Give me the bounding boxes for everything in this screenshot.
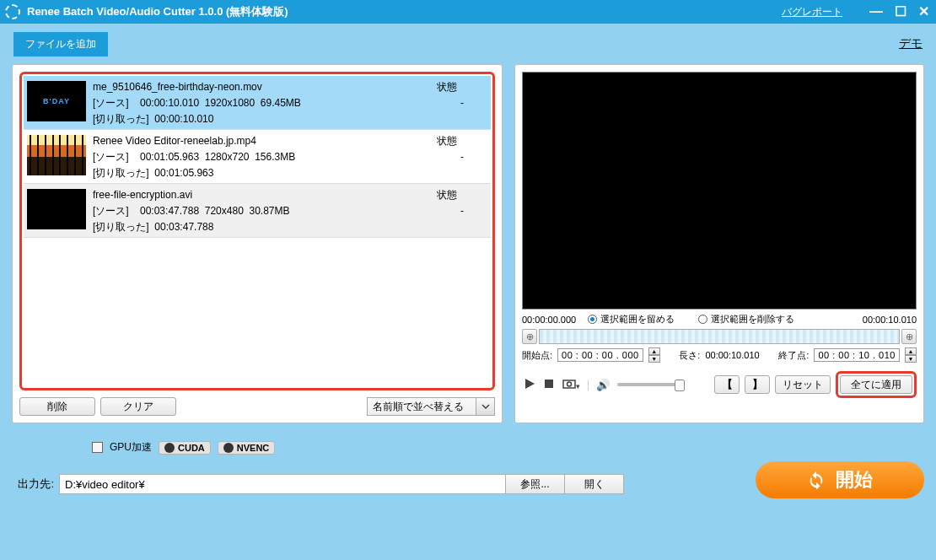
file-name: Renee Video Editor-reneelab.jp.mp4	[93, 133, 437, 149]
source-time: 00:00:10.010	[140, 95, 199, 111]
file-size: 156.3MB	[255, 149, 295, 165]
state-value: -	[437, 203, 487, 219]
file-size: 30.87MB	[249, 203, 289, 219]
scrub-start-button[interactable]: ⊕	[522, 329, 537, 344]
file-thumbnail: B'DAY	[27, 81, 86, 121]
svg-point-3	[568, 382, 572, 386]
sort-combo[interactable]: 名前順で並べ替える	[367, 397, 495, 416]
preview-panel: 00:00:00.000 選択範囲を留める 選択範囲を削除する 00:00:10…	[514, 64, 924, 423]
browse-button[interactable]: 参照...	[506, 474, 565, 494]
state-value: -	[437, 149, 487, 165]
file-thumbnail	[27, 189, 86, 229]
sort-value: 名前順で並べ替える	[367, 397, 476, 416]
cut-time: 00:03:47.788	[154, 219, 213, 235]
finish-time-input[interactable]: 00 : 00 : 10 . 010	[814, 348, 900, 362]
open-button[interactable]: 開く	[565, 474, 624, 494]
file-item[interactable]: B'DAY me_9510646_free-birthday-neon.mov …	[24, 76, 491, 130]
volume-slider[interactable]	[617, 383, 685, 386]
source-label: [ソース]	[93, 149, 129, 165]
cut-time: 00:01:05.963	[154, 165, 213, 181]
file-resolution: 1920x1080	[205, 95, 255, 111]
source-time: 00:01:05.963	[140, 149, 199, 165]
file-list-panel: B'DAY me_9510646_free-birthday-neon.mov …	[12, 64, 503, 423]
bugreport-link[interactable]: バグレポート	[782, 5, 842, 19]
app-title: Renee Batch Video/Audio Cutter 1.0.0 (無料…	[27, 4, 288, 19]
state-header: 状態	[437, 79, 487, 95]
titlebar: Renee Batch Video/Audio Cutter 1.0.0 (無料…	[0, 0, 936, 24]
scrub-bar[interactable]	[539, 329, 900, 344]
start-time-input[interactable]: 00 : 00 : 00 . 000	[557, 348, 643, 362]
sort-dropdown-button[interactable]	[476, 397, 495, 416]
output-path-input[interactable]	[59, 474, 506, 494]
svg-marker-0	[525, 379, 535, 389]
delete-button[interactable]: 削除	[19, 397, 95, 416]
delete-range-radio[interactable]: 選択範囲を削除する	[698, 313, 794, 326]
mark-in-button[interactable]: 【	[714, 375, 740, 394]
close-button[interactable]: ✕	[918, 5, 929, 19]
scrub-end-button[interactable]: ⊕	[901, 329, 917, 344]
position-time: 00:00:00.000	[522, 315, 576, 325]
output-label: 出力先:	[12, 477, 59, 492]
end-time: 00:00:10.010	[863, 315, 917, 325]
cut-time: 00:00:10.010	[154, 111, 213, 127]
file-item[interactable]: Renee Video Editor-reneelab.jp.mp4 状態 [ソ…	[24, 130, 491, 184]
state-value: -	[437, 95, 487, 111]
cut-label: [切り取った]	[93, 219, 149, 235]
start-spinner[interactable]: ▲▼	[648, 347, 660, 363]
reset-button[interactable]: リセット	[775, 375, 831, 394]
cut-label: [切り取った]	[93, 111, 149, 127]
state-header: 状態	[437, 133, 487, 149]
minimize-button[interactable]: —	[869, 5, 883, 19]
demo-link[interactable]: デモ	[899, 36, 923, 51]
radio-icon	[698, 315, 707, 324]
toolbar: ファイルを追加 デモ	[0, 24, 936, 64]
file-item[interactable]: free-file-encryption.avi 状態 [ソース] 00:03:…	[24, 184, 491, 238]
file-size: 69.45MB	[261, 95, 301, 111]
gpu-checkbox[interactable]	[92, 442, 103, 453]
gpu-label: GPU加速	[110, 440, 152, 455]
stop-button[interactable]	[542, 379, 556, 391]
keep-range-label: 選択範囲を留める	[600, 313, 675, 326]
start-button[interactable]: 開始	[756, 461, 924, 498]
file-name: free-file-encryption.avi	[93, 187, 437, 203]
state-header: 状態	[437, 187, 487, 203]
cuda-badge: CUDA	[159, 441, 211, 455]
nvenc-badge: NVENC	[218, 441, 276, 455]
file-resolution: 720x480	[205, 203, 244, 219]
source-label: [ソース]	[93, 203, 129, 219]
play-button[interactable]	[522, 378, 537, 392]
app-icon	[5, 4, 20, 19]
finish-spinner[interactable]: ▲▼	[905, 347, 917, 363]
start-label: 開始点:	[522, 349, 552, 362]
keep-range-radio[interactable]: 選択範囲を留める	[588, 313, 675, 326]
video-preview[interactable]	[522, 72, 917, 310]
svg-rect-1	[545, 380, 553, 388]
file-list: B'DAY me_9510646_free-birthday-neon.mov …	[19, 72, 495, 390]
file-name: me_9510646_free-birthday-neon.mov	[93, 79, 437, 95]
file-resolution: 1280x720	[205, 149, 250, 165]
refresh-icon	[807, 471, 826, 489]
source-label: [ソース]	[93, 95, 129, 111]
length-label: 長さ:	[679, 349, 700, 362]
length-value: 00:00:10.010	[705, 350, 759, 360]
maximize-button[interactable]: ☐	[895, 5, 906, 19]
finish-label: 終了点:	[778, 349, 809, 362]
add-file-button[interactable]: ファイルを追加	[13, 32, 108, 57]
delete-range-label: 選択範囲を削除する	[711, 313, 794, 326]
clear-button[interactable]: クリア	[100, 397, 176, 416]
volume-icon[interactable]: 🔊	[594, 379, 612, 391]
radio-icon	[588, 315, 597, 324]
snapshot-button[interactable]: ▾	[561, 379, 582, 391]
file-thumbnail	[27, 135, 86, 175]
cut-label: [切り取った]	[93, 165, 149, 181]
source-time: 00:03:47.788	[140, 203, 199, 219]
apply-all-button[interactable]: 全てに適用	[840, 375, 912, 394]
mark-out-button[interactable]: 】	[745, 375, 770, 394]
start-label: 開始	[836, 467, 873, 493]
